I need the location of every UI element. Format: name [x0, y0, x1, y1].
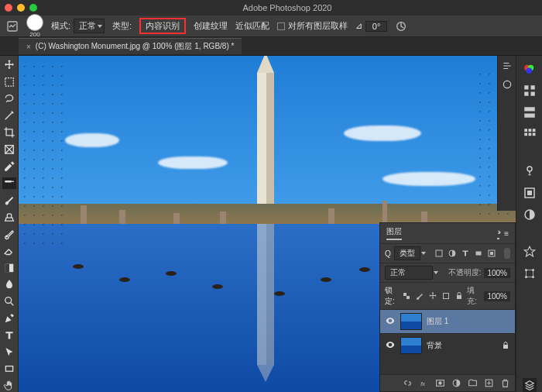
- dodge-tool-icon[interactable]: [2, 295, 16, 308]
- eyedropper-tool-icon[interactable]: [2, 160, 16, 173]
- lock-icons: [402, 291, 464, 301]
- canvas-content: [65, 133, 119, 147]
- mode-select[interactable]: 正常: [74, 19, 105, 33]
- crop-tool-icon[interactable]: [2, 126, 16, 139]
- filter-type-icon[interactable]: [461, 249, 470, 258]
- lock-image-icon[interactable]: [415, 291, 424, 301]
- layers-panel-title[interactable]: 图层: [386, 226, 402, 240]
- svg-rect-22: [524, 129, 527, 132]
- gradient-tool-icon[interactable]: [2, 262, 16, 274]
- swatches-panel-icon[interactable]: [523, 84, 537, 98]
- search-icon[interactable]: Q: [385, 249, 391, 258]
- layer-group-icon[interactable]: [468, 378, 478, 388]
- layer-kind-filter[interactable]: 类型: [394, 246, 420, 260]
- link-layers-icon[interactable]: [403, 378, 413, 388]
- layer-row[interactable]: 背景: [380, 333, 515, 357]
- panel-menu-icon[interactable]: ≡: [504, 229, 509, 238]
- paths-panel-icon[interactable]: [523, 266, 537, 280]
- filter-toggle[interactable]: [504, 248, 510, 259]
- close-window-icon[interactable]: [5, 4, 12, 12]
- filter-shape-icon[interactable]: [474, 249, 483, 258]
- panel-collapse-icon[interactable]: ››: [497, 228, 499, 239]
- properties-icon[interactable]: [502, 60, 513, 71]
- new-layer-icon[interactable]: [484, 378, 494, 388]
- document-tab[interactable]: × (C) Washington Monument.jpg @ 100% (图层…: [19, 38, 242, 54]
- layer-row[interactable]: 图层 1: [380, 309, 515, 333]
- lock-position-icon[interactable]: [428, 291, 437, 301]
- content-aware-option[interactable]: 内容识别: [139, 18, 186, 34]
- adjustments-panel-icon[interactable]: [523, 208, 537, 222]
- svg-rect-45: [444, 294, 449, 299]
- hand-tool-icon[interactable]: [2, 380, 16, 392]
- brush-tool-icon[interactable]: [2, 194, 16, 206]
- fill-value[interactable]: 100%: [484, 291, 510, 301]
- delete-layer-icon[interactable]: [500, 378, 510, 388]
- libraries-panel-icon[interactable]: [523, 186, 537, 200]
- move-tool-icon[interactable]: [2, 59, 16, 71]
- layers-panel-icon[interactable]: [523, 378, 537, 392]
- lock-all-icon[interactable]: [455, 291, 464, 301]
- angle-value[interactable]: 0°: [365, 21, 387, 32]
- rectangle-tool-icon[interactable]: [2, 363, 16, 375]
- clone-stamp-tool-icon[interactable]: [2, 211, 16, 223]
- svg-rect-40: [475, 252, 481, 256]
- brush-preset[interactable]: 200: [26, 14, 43, 38]
- layer-thumbnail[interactable]: [400, 313, 422, 330]
- layers-panel: 图层 ›› ≡ Q 类型 正常 不透明度: 100% 锁定: 填: [379, 222, 516, 392]
- layer-mask-icon[interactable]: [435, 378, 445, 388]
- canvas-content: [257, 73, 274, 204]
- type-tool-icon[interactable]: [2, 329, 16, 342]
- frame-tool-icon[interactable]: [2, 143, 16, 156]
- tool-preset-icon[interactable]: [6, 20, 19, 33]
- adjustments-icon[interactable]: [502, 79, 513, 90]
- patterns-panel-icon[interactable]: [523, 127, 537, 141]
- learn-panel-icon[interactable]: [523, 164, 537, 178]
- layer-name[interactable]: 背景: [427, 340, 442, 351]
- close-tab-icon[interactable]: ×: [26, 43, 31, 51]
- svg-rect-42: [490, 252, 493, 255]
- blur-tool-icon[interactable]: [2, 278, 16, 291]
- create-texture-option[interactable]: 创建纹理: [194, 20, 228, 32]
- left-toolbar: [0, 56, 19, 392]
- visibility-toggle-icon[interactable]: [385, 315, 396, 328]
- svg-rect-46: [457, 295, 461, 299]
- sample-all-layers-checkbox[interactable]: [277, 22, 285, 30]
- lock-transparency-icon[interactable]: [402, 291, 411, 301]
- proximity-match-option[interactable]: 近似匹配: [235, 20, 269, 32]
- sample-all-layers-option[interactable]: 对所有图层取样: [277, 20, 348, 32]
- layers-list: 图层 1 背景: [380, 309, 515, 374]
- minimize-window-icon[interactable]: [17, 4, 25, 12]
- zoom-window-icon[interactable]: [29, 4, 37, 12]
- adjustment-layer-icon[interactable]: [451, 378, 461, 388]
- color-panel-icon[interactable]: [523, 62, 537, 76]
- collapsed-properties-column: [497, 56, 516, 211]
- spot-healing-brush-tool-icon[interactable]: [2, 177, 16, 190]
- pen-tool-icon[interactable]: [2, 312, 16, 325]
- lock-artboard-icon[interactable]: [441, 291, 451, 301]
- svg-rect-7: [5, 181, 12, 183]
- filter-adjustment-icon[interactable]: [448, 249, 457, 258]
- eraser-tool-icon[interactable]: [2, 245, 16, 257]
- document-tabs: × (C) Washington Monument.jpg @ 100% (图层…: [0, 37, 542, 56]
- lock-fill-row: 锁定: 填充: 100%: [380, 282, 515, 309]
- layer-thumbnail[interactable]: [400, 337, 422, 354]
- filter-pixel-icon[interactable]: [434, 249, 444, 258]
- lasso-tool-icon[interactable]: [2, 93, 16, 105]
- svg-text:fx: fx: [420, 380, 426, 387]
- gradients-panel-icon[interactable]: [523, 105, 537, 119]
- opacity-value[interactable]: 100%: [484, 268, 510, 278]
- history-brush-tool-icon[interactable]: [2, 228, 16, 240]
- magic-wand-tool-icon[interactable]: [2, 109, 16, 122]
- path-selection-tool-icon[interactable]: [2, 346, 16, 359]
- marquee-tool-icon[interactable]: [2, 76, 16, 88]
- filter-smart-icon[interactable]: [487, 249, 496, 258]
- channels-panel-icon[interactable]: [523, 245, 537, 259]
- svg-rect-24: [532, 129, 535, 132]
- layer-style-icon[interactable]: fx: [419, 378, 429, 388]
- visibility-toggle-icon[interactable]: [385, 339, 396, 352]
- layer-name[interactable]: 图层 1: [427, 316, 448, 327]
- layer-filter-icons: [434, 249, 496, 258]
- blend-mode-select[interactable]: 正常: [385, 266, 433, 280]
- canvas-content: [382, 201, 387, 224]
- pressure-icon[interactable]: [395, 20, 407, 33]
